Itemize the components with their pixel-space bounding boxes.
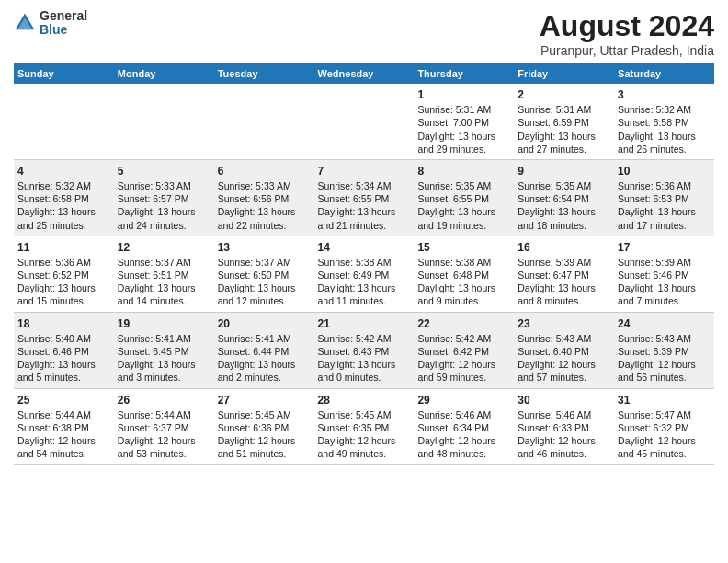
daylight-text: Daylight: 13 hours and 14 minutes. xyxy=(118,282,196,306)
daylight-text: Daylight: 12 hours and 57 minutes. xyxy=(518,359,596,383)
daylight-text: Daylight: 13 hours and 15 minutes. xyxy=(17,282,96,306)
calendar-cell: 4Sunrise: 5:32 AMSunset: 6:58 PMDaylight… xyxy=(14,159,114,236)
day-number: 8 xyxy=(417,164,510,178)
day-number: 31 xyxy=(618,393,711,408)
daylight-text: Daylight: 12 hours and 45 minutes. xyxy=(618,435,696,459)
calendar-table: SundayMondayTuesdayWednesdayThursdayFrid… xyxy=(14,63,714,465)
sunset-text: Sunset: 6:48 PM xyxy=(417,270,489,281)
calendar-cell: 10Sunrise: 5:36 AMSunset: 6:53 PMDayligh… xyxy=(614,159,714,236)
calendar-cell: 31Sunrise: 5:47 AMSunset: 6:32 PMDayligh… xyxy=(614,388,714,465)
sunrise-text: Sunrise: 5:45 AM xyxy=(218,409,291,420)
calendar-cell: 6Sunrise: 5:33 AMSunset: 6:56 PMDaylight… xyxy=(214,159,314,236)
daylight-text: Daylight: 13 hours and 3 minutes. xyxy=(118,359,196,383)
header-tuesday: Tuesday xyxy=(214,63,314,84)
calendar-header-row: SundayMondayTuesdayWednesdayThursdayFrid… xyxy=(14,63,714,84)
daylight-text: Daylight: 13 hours and 27 minutes. xyxy=(518,131,596,155)
daylight-text: Daylight: 13 hours and 17 minutes. xyxy=(618,206,696,230)
calendar-cell: 29Sunrise: 5:46 AMSunset: 6:34 PMDayligh… xyxy=(414,388,514,465)
daylight-text: Daylight: 13 hours and 19 minutes. xyxy=(417,206,495,230)
calendar-cell: 7Sunrise: 5:34 AMSunset: 6:55 PMDaylight… xyxy=(314,159,415,236)
sunrise-text: Sunrise: 5:47 AM xyxy=(618,409,691,420)
sunrise-text: Sunrise: 5:39 AM xyxy=(518,257,591,268)
title-area: August 2024 Puranpur, Uttar Pradesh, Ind… xyxy=(540,9,714,58)
subtitle: Puranpur, Uttar Pradesh, India xyxy=(540,43,714,58)
sunrise-text: Sunrise: 5:45 AM xyxy=(318,409,392,420)
daylight-text: Daylight: 12 hours and 54 minutes. xyxy=(17,435,96,459)
week-row-4: 18Sunrise: 5:40 AMSunset: 6:46 PMDayligh… xyxy=(14,312,714,388)
calendar-cell: 28Sunrise: 5:45 AMSunset: 6:35 PMDayligh… xyxy=(314,388,415,465)
sunset-text: Sunset: 6:53 PM xyxy=(618,193,689,204)
calendar-cell: 1Sunrise: 5:31 AMSunset: 7:00 PMDaylight… xyxy=(414,84,514,159)
daylight-text: Daylight: 13 hours and 26 minutes. xyxy=(618,131,696,155)
daylight-text: Daylight: 12 hours and 59 minutes. xyxy=(417,359,495,383)
daylight-text: Daylight: 13 hours and 11 minutes. xyxy=(318,282,396,306)
sunrise-text: Sunrise: 5:40 AM xyxy=(17,333,91,344)
day-number: 17 xyxy=(618,240,711,255)
day-number: 20 xyxy=(218,316,311,331)
week-row-5: 25Sunrise: 5:44 AMSunset: 6:38 PMDayligh… xyxy=(14,388,714,465)
week-row-3: 11Sunrise: 5:36 AMSunset: 6:52 PMDayligh… xyxy=(14,236,714,312)
daylight-text: Daylight: 12 hours and 56 minutes. xyxy=(618,359,696,383)
day-number: 19 xyxy=(118,316,210,331)
calendar-cell: 26Sunrise: 5:44 AMSunset: 6:37 PMDayligh… xyxy=(114,388,214,465)
calendar-cell: 5Sunrise: 5:33 AMSunset: 6:57 PMDaylight… xyxy=(114,159,214,236)
sunrise-text: Sunrise: 5:38 AM xyxy=(417,257,491,268)
day-number: 30 xyxy=(518,393,610,408)
calendar-cell: 15Sunrise: 5:38 AMSunset: 6:48 PMDayligh… xyxy=(414,236,514,312)
calendar-cell: 14Sunrise: 5:38 AMSunset: 6:49 PMDayligh… xyxy=(314,236,415,312)
day-number: 15 xyxy=(417,240,510,255)
daylight-text: Daylight: 12 hours and 48 minutes. xyxy=(417,435,495,459)
day-number: 1 xyxy=(417,87,510,102)
daylight-text: Daylight: 13 hours and 25 minutes. xyxy=(17,206,96,230)
sunset-text: Sunset: 6:47 PM xyxy=(518,270,589,281)
sunset-text: Sunset: 6:56 PM xyxy=(218,193,290,204)
day-number: 21 xyxy=(318,316,411,331)
daylight-text: Daylight: 13 hours and 21 minutes. xyxy=(318,206,396,230)
sunset-text: Sunset: 6:40 PM xyxy=(518,346,589,357)
sunrise-text: Sunrise: 5:37 AM xyxy=(218,257,291,268)
sunset-text: Sunset: 6:45 PM xyxy=(118,346,189,357)
sunset-text: Sunset: 6:54 PM xyxy=(518,193,589,204)
sunrise-text: Sunrise: 5:44 AM xyxy=(17,409,91,420)
header-sunday: Sunday xyxy=(14,63,114,84)
day-number: 7 xyxy=(318,164,411,178)
sunrise-text: Sunrise: 5:46 AM xyxy=(417,409,491,420)
week-row-2: 4Sunrise: 5:32 AMSunset: 6:58 PMDaylight… xyxy=(14,159,714,236)
daylight-text: Daylight: 13 hours and 18 minutes. xyxy=(518,206,596,230)
header-monday: Monday xyxy=(114,63,214,84)
daylight-text: Daylight: 13 hours and 8 minutes. xyxy=(518,282,596,306)
sunrise-text: Sunrise: 5:31 AM xyxy=(417,104,491,115)
calendar-cell: 17Sunrise: 5:39 AMSunset: 6:46 PMDayligh… xyxy=(614,236,714,312)
calendar-cell xyxy=(14,84,114,159)
calendar-cell: 22Sunrise: 5:42 AMSunset: 6:42 PMDayligh… xyxy=(414,312,514,388)
sunset-text: Sunset: 6:46 PM xyxy=(618,270,689,281)
day-number: 2 xyxy=(518,87,610,102)
sunrise-text: Sunrise: 5:33 AM xyxy=(218,180,291,191)
daylight-text: Daylight: 13 hours and 7 minutes. xyxy=(618,282,696,306)
calendar-cell: 16Sunrise: 5:39 AMSunset: 6:47 PMDayligh… xyxy=(514,236,614,312)
week-row-1: 1Sunrise: 5:31 AMSunset: 7:00 PMDaylight… xyxy=(14,84,714,159)
sunrise-text: Sunrise: 5:32 AM xyxy=(17,180,91,191)
sunset-text: Sunset: 6:57 PM xyxy=(118,193,189,204)
sunset-text: Sunset: 6:49 PM xyxy=(318,270,390,281)
daylight-text: Daylight: 13 hours and 2 minutes. xyxy=(218,359,296,383)
daylight-text: Daylight: 13 hours and 12 minutes. xyxy=(218,282,296,306)
logo-text: General Blue xyxy=(40,9,87,38)
daylight-text: Daylight: 13 hours and 29 minutes. xyxy=(417,131,495,155)
daylight-text: Daylight: 13 hours and 22 minutes. xyxy=(218,206,296,230)
daylight-text: Daylight: 12 hours and 49 minutes. xyxy=(318,435,396,459)
sunrise-text: Sunrise: 5:38 AM xyxy=(318,257,392,268)
day-number: 24 xyxy=(618,316,711,331)
day-number: 16 xyxy=(518,240,610,255)
day-number: 5 xyxy=(118,164,210,178)
calendar-cell: 23Sunrise: 5:43 AMSunset: 6:40 PMDayligh… xyxy=(514,312,614,388)
day-number: 6 xyxy=(218,164,311,178)
sunrise-text: Sunrise: 5:42 AM xyxy=(417,333,491,344)
sunset-text: Sunset: 6:33 PM xyxy=(518,422,589,433)
sunset-text: Sunset: 6:38 PM xyxy=(17,422,89,433)
day-number: 28 xyxy=(318,393,411,408)
calendar-cell xyxy=(114,84,214,159)
calendar-cell: 21Sunrise: 5:42 AMSunset: 6:43 PMDayligh… xyxy=(314,312,415,388)
sunrise-text: Sunrise: 5:35 AM xyxy=(417,180,491,191)
page: General Blue August 2024 Puranpur, Uttar… xyxy=(0,0,728,474)
